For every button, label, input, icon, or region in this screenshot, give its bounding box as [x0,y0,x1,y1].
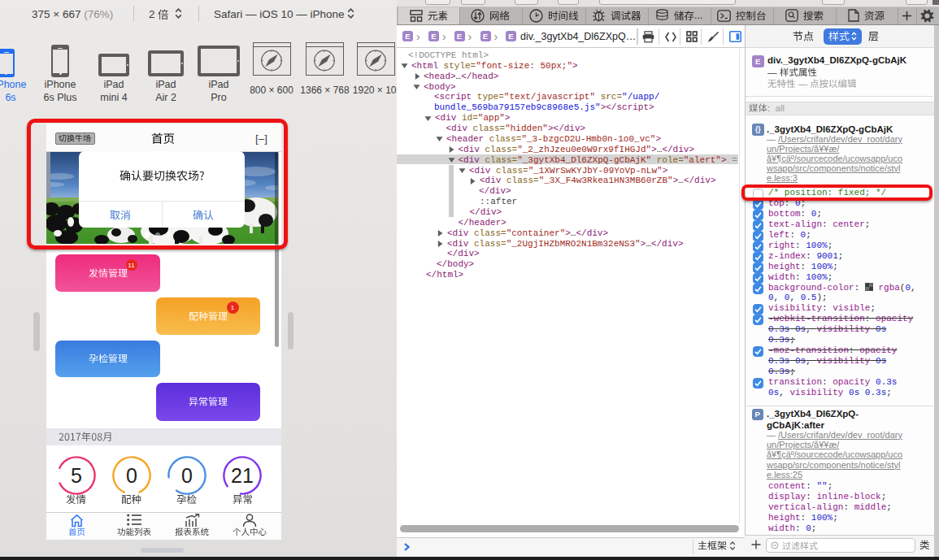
svg-text:0: 0 [126,464,137,487]
svg-text:5: 5 [71,464,82,487]
svg-text:0: 0 [181,464,193,487]
svg-text:21: 21 [231,464,254,487]
